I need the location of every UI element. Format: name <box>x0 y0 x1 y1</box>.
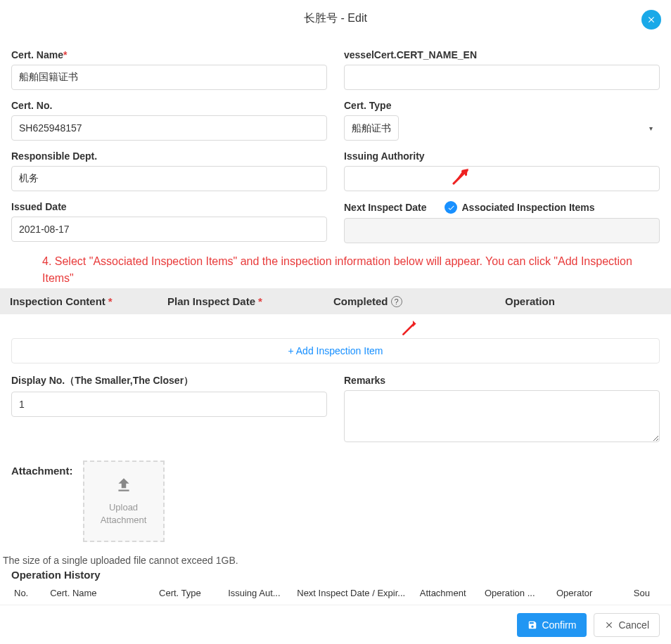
issued-date-input[interactable] <box>11 217 327 242</box>
history-col-no: No. <box>14 588 50 598</box>
modal-title: 长胜号 - Edit <box>304 12 367 24</box>
issued-date-label: Issued Date <box>11 201 327 212</box>
close-icon <box>646 15 656 25</box>
modal-header: 长胜号 - Edit <box>0 0 671 41</box>
remarks-textarea[interactable] <box>344 390 660 442</box>
history-col-source: Sou <box>634 588 657 598</box>
cert-no-input[interactable] <box>11 115 327 141</box>
next-inspect-date-label: Next Inspect Date <box>344 202 426 213</box>
cert-type-label: Cert. Type <box>344 100 660 111</box>
cert-name-input[interactable] <box>11 65 327 90</box>
attachment-label: Attachment: <box>11 461 73 477</box>
confirm-button[interactable]: Confirm <box>517 613 587 637</box>
next-inspect-date-input[interactable] <box>344 218 660 243</box>
add-inspection-item-button[interactable]: + Add Inspection Item <box>11 338 660 363</box>
completed-col: Completed <box>333 295 388 307</box>
responsible-dept-input[interactable] <box>11 166 327 191</box>
cert-name-en-label: vesselCert.CERT_NAME_EN <box>344 49 660 60</box>
operation-history-header: No. Cert. Name Cert. Type Issuing Aut...… <box>11 581 660 603</box>
inspection-content-col: Inspection Content <box>10 295 106 307</box>
cancel-icon <box>604 620 614 630</box>
close-button[interactable] <box>641 10 661 30</box>
history-col-cert-type: Cert. Type <box>159 588 228 598</box>
display-no-input[interactable] <box>11 392 327 417</box>
cancel-button[interactable]: Cancel <box>594 613 660 637</box>
history-col-operation: Operation ... <box>485 588 556 598</box>
check-icon <box>447 204 455 212</box>
annotation-text: 4. Select "Associated Inspection Items" … <box>42 253 660 287</box>
assoc-inspection-checkbox[interactable] <box>445 201 457 214</box>
responsible-dept-label: Responsible Dept. <box>11 150 327 162</box>
plan-inspect-date-col: Plan Inspect Date <box>167 295 255 307</box>
annotation-arrow-2-icon <box>400 319 418 337</box>
help-icon[interactable]: ? <box>391 296 402 307</box>
history-col-cert-name: Cert. Name <box>50 588 159 598</box>
save-icon <box>528 620 537 630</box>
modal-footer: Confirm Cancel <box>0 605 671 644</box>
cert-name-en-input[interactable] <box>344 65 660 90</box>
issuing-authority-label: Issuing Authority <box>344 150 660 162</box>
cert-name-label: Cert. Name* <box>11 49 327 60</box>
history-col-next-inspect: Next Inspect Date / Expir... <box>297 588 419 598</box>
history-col-operator: Operator <box>556 588 634 598</box>
remarks-label: Remarks <box>344 375 660 386</box>
display-no-label: Display No.（The Smaller,The Closer） <box>11 375 327 387</box>
assoc-inspection-label: Associated Inspection Items <box>461 202 594 213</box>
upload-attachment-button[interactable]: Upload Attachment <box>83 461 165 542</box>
history-col-attachment: Attachment <box>420 588 485 598</box>
history-col-issuing-auth: Issuing Aut... <box>228 588 297 598</box>
cert-no-label: Cert. No. <box>11 100 327 111</box>
upload-icon <box>115 476 133 494</box>
issuing-authority-input[interactable] <box>344 166 660 191</box>
cert-type-select[interactable]: 船舶证书 <box>344 115 399 141</box>
operation-col: Operation <box>505 295 555 307</box>
upload-size-note: The size of a single uploaded file canno… <box>3 555 660 566</box>
inspection-items-header: Inspection Content * Plan Inspect Date *… <box>0 288 671 314</box>
operation-history-title: Operation History <box>11 569 660 581</box>
